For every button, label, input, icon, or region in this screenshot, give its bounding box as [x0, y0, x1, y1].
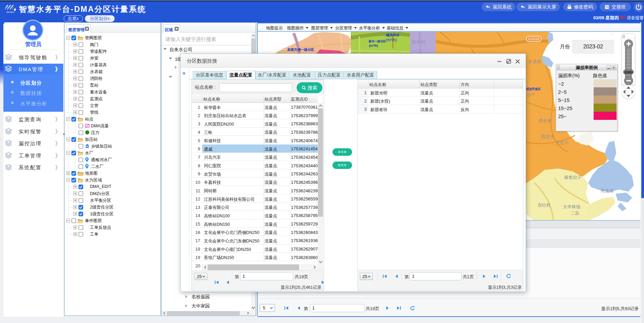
svg-text:板鱼岔子: 板鱼岔子: [564, 175, 582, 180]
svg-text:西岔子: 西岔子: [541, 134, 554, 139]
svg-text:水龙港: 水龙港: [528, 59, 541, 64]
svg-text:(m³/h): (m³/h): [369, 44, 378, 47]
svg-text:海丰村: 海丰村: [411, 39, 426, 45]
svg-text:城乡供水: 城乡供水: [386, 33, 400, 37]
svg-text:(m³/h): (m³/h): [386, 38, 397, 42]
svg-text:湾水舍: 湾水舍: [538, 118, 551, 123]
svg-text:北岔子: 北岔子: [555, 140, 569, 145]
svg-text:沙子: 沙子: [527, 92, 535, 97]
svg-text:东灶村: 东灶村: [537, 202, 551, 208]
svg-text:MIAOMIAO: MIAOMIAO: [6, 12, 15, 13]
svg-text:经济开发区: 经济开发区: [526, 87, 541, 91]
svg-text:二队: 二队: [571, 211, 580, 216]
svg-text:G1516: G1516: [528, 37, 539, 41]
svg-text:新丰一级分区: 新丰一级分区: [368, 40, 386, 43]
svg-text:龙堤方强一级分区: 龙堤方强一级分区: [287, 48, 314, 51]
svg-text:大丰林场: 大丰林场: [563, 204, 580, 209]
svg-text:死生港: 死生港: [600, 188, 614, 193]
